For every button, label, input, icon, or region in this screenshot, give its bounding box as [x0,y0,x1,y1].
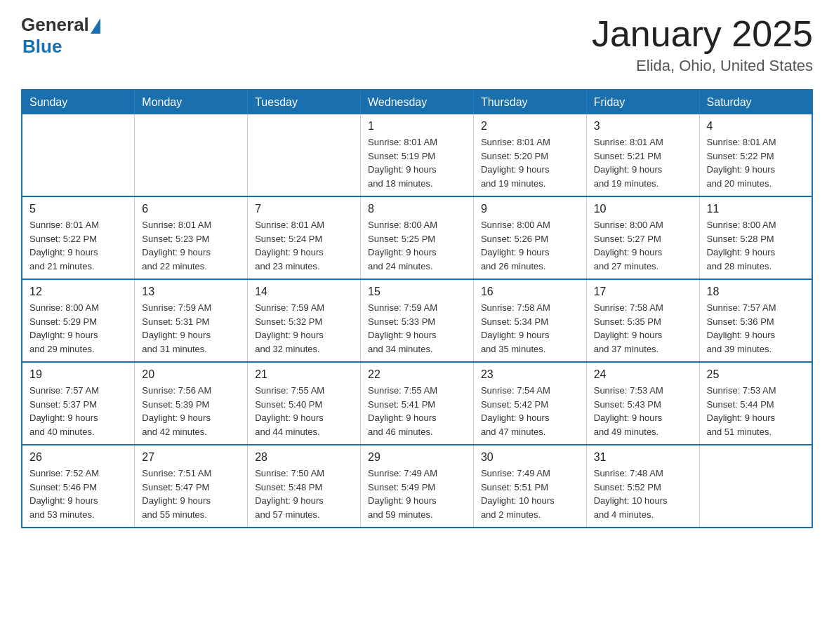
header-wednesday: Wednesday [361,90,474,114]
day-number: 11 [707,203,805,215]
day-number: 18 [707,286,805,298]
day-number: 20 [142,368,240,381]
calendar-day-cell: 22Sunrise: 7:55 AM Sunset: 5:41 PM Dayli… [361,362,474,445]
calendar-day-cell: 27Sunrise: 7:51 AM Sunset: 5:47 PM Dayli… [135,445,248,528]
day-number: 13 [142,286,240,298]
day-info: Sunrise: 7:53 AM Sunset: 5:43 PM Dayligh… [594,384,692,438]
day-info: Sunrise: 8:01 AM Sunset: 5:21 PM Dayligh… [594,135,692,190]
header-saturday: Saturday [699,90,812,114]
day-info: Sunrise: 8:01 AM Sunset: 5:19 PM Dayligh… [368,135,466,190]
day-number: 7 [255,203,353,215]
day-info: Sunrise: 7:54 AM Sunset: 5:42 PM Dayligh… [481,384,579,438]
calendar-day-cell: 25Sunrise: 7:53 AM Sunset: 5:44 PM Dayli… [699,362,812,445]
day-number: 31 [594,451,692,464]
calendar-day-cell: 10Sunrise: 8:00 AM Sunset: 5:27 PM Dayli… [586,196,699,279]
day-info: Sunrise: 7:58 AM Sunset: 5:34 PM Dayligh… [481,301,579,356]
day-info: Sunrise: 7:51 AM Sunset: 5:47 PM Dayligh… [142,467,240,521]
day-info: Sunrise: 8:01 AM Sunset: 5:23 PM Dayligh… [142,218,240,273]
calendar-day-cell: 4Sunrise: 8:01 AM Sunset: 5:22 PM Daylig… [699,114,812,196]
day-info: Sunrise: 7:49 AM Sunset: 5:49 PM Dayligh… [368,467,466,521]
day-number: 21 [255,368,353,381]
calendar-week-row: 26Sunrise: 7:52 AM Sunset: 5:46 PM Dayli… [22,445,812,528]
calendar-day-cell: 12Sunrise: 8:00 AM Sunset: 5:29 PM Dayli… [22,279,135,362]
day-number: 5 [29,203,127,215]
calendar-day-cell: 7Sunrise: 8:01 AM Sunset: 5:24 PM Daylig… [248,196,361,279]
day-number: 12 [29,286,127,298]
day-info: Sunrise: 7:55 AM Sunset: 5:41 PM Dayligh… [368,384,466,438]
day-info: Sunrise: 7:58 AM Sunset: 5:35 PM Dayligh… [594,301,692,356]
calendar-day-cell: 28Sunrise: 7:50 AM Sunset: 5:48 PM Dayli… [248,445,361,528]
calendar-day-cell: 26Sunrise: 7:52 AM Sunset: 5:46 PM Dayli… [22,445,135,528]
day-number: 14 [255,286,353,298]
calendar-header-row: SundayMondayTuesdayWednesdayThursdayFrid… [22,90,812,114]
day-info: Sunrise: 7:57 AM Sunset: 5:37 PM Dayligh… [29,384,127,438]
calendar-week-row: 19Sunrise: 7:57 AM Sunset: 5:37 PM Dayli… [22,362,812,445]
calendar-day-cell: 18Sunrise: 7:57 AM Sunset: 5:36 PM Dayli… [699,279,812,362]
day-info: Sunrise: 7:56 AM Sunset: 5:39 PM Dayligh… [142,384,240,438]
logo-general-text: General [21,14,89,36]
day-number: 25 [707,368,805,381]
location: Elida, Ohio, United States [592,57,813,75]
calendar-day-cell: 2Sunrise: 8:01 AM Sunset: 5:20 PM Daylig… [473,114,586,196]
header-thursday: Thursday [473,90,586,114]
day-info: Sunrise: 8:00 AM Sunset: 5:28 PM Dayligh… [707,218,805,273]
logo-triangle-icon [91,18,100,34]
calendar-week-row: 12Sunrise: 8:00 AM Sunset: 5:29 PM Dayli… [22,279,812,362]
calendar-day-cell: 14Sunrise: 7:59 AM Sunset: 5:32 PM Dayli… [248,279,361,362]
day-number: 3 [594,120,692,133]
day-number: 9 [481,203,579,215]
day-info: Sunrise: 8:01 AM Sunset: 5:24 PM Dayligh… [255,218,353,273]
calendar-day-cell: 19Sunrise: 7:57 AM Sunset: 5:37 PM Dayli… [22,362,135,445]
day-info: Sunrise: 8:01 AM Sunset: 5:22 PM Dayligh… [29,218,127,273]
calendar-table: SundayMondayTuesdayWednesdayThursdayFrid… [21,89,813,528]
calendar-day-cell: 8Sunrise: 8:00 AM Sunset: 5:25 PM Daylig… [361,196,474,279]
day-number: 28 [255,451,353,464]
header-sunday: Sunday [22,90,135,114]
calendar-day-cell: 5Sunrise: 8:01 AM Sunset: 5:22 PM Daylig… [22,196,135,279]
day-number: 27 [142,451,240,464]
day-info: Sunrise: 7:57 AM Sunset: 5:36 PM Dayligh… [707,301,805,356]
calendar-day-cell: 31Sunrise: 7:48 AM Sunset: 5:52 PM Dayli… [586,445,699,528]
calendar-empty-cell [699,445,812,528]
day-number: 17 [594,286,692,298]
day-number: 26 [29,451,127,464]
day-number: 15 [368,286,466,298]
calendar-day-cell: 13Sunrise: 7:59 AM Sunset: 5:31 PM Dayli… [135,279,248,362]
calendar-week-row: 5Sunrise: 8:01 AM Sunset: 5:22 PM Daylig… [22,196,812,279]
day-number: 6 [142,203,240,215]
day-number: 16 [481,286,579,298]
day-info: Sunrise: 8:00 AM Sunset: 5:25 PM Dayligh… [368,218,466,273]
day-number: 4 [707,120,805,133]
calendar-day-cell: 16Sunrise: 7:58 AM Sunset: 5:34 PM Dayli… [473,279,586,362]
calendar-empty-cell [135,114,248,196]
header-friday: Friday [586,90,699,114]
day-info: Sunrise: 8:01 AM Sunset: 5:22 PM Dayligh… [707,135,805,190]
day-info: Sunrise: 7:59 AM Sunset: 5:31 PM Dayligh… [142,301,240,356]
header-monday: Monday [135,90,248,114]
logo: General Blue [21,14,100,58]
day-info: Sunrise: 8:01 AM Sunset: 5:20 PM Dayligh… [481,135,579,190]
page-header: General Blue January 2025 Elida, Ohio, U… [21,14,813,75]
day-number: 24 [594,368,692,381]
day-number: 19 [29,368,127,381]
calendar-day-cell: 9Sunrise: 8:00 AM Sunset: 5:26 PM Daylig… [473,196,586,279]
day-number: 23 [481,368,579,381]
title-section: January 2025 Elida, Ohio, United States [592,14,813,75]
logo-blue-text: Blue [22,36,62,58]
calendar-day-cell: 3Sunrise: 8:01 AM Sunset: 5:21 PM Daylig… [586,114,699,196]
day-info: Sunrise: 7:49 AM Sunset: 5:51 PM Dayligh… [481,467,579,521]
calendar-day-cell: 6Sunrise: 8:01 AM Sunset: 5:23 PM Daylig… [135,196,248,279]
day-number: 29 [368,451,466,464]
calendar-empty-cell [22,114,135,196]
day-info: Sunrise: 7:55 AM Sunset: 5:40 PM Dayligh… [255,384,353,438]
day-number: 10 [594,203,692,215]
calendar-day-cell: 15Sunrise: 7:59 AM Sunset: 5:33 PM Dayli… [361,279,474,362]
day-info: Sunrise: 7:53 AM Sunset: 5:44 PM Dayligh… [707,384,805,438]
calendar-day-cell: 30Sunrise: 7:49 AM Sunset: 5:51 PM Dayli… [473,445,586,528]
day-number: 1 [368,120,466,133]
calendar-day-cell: 21Sunrise: 7:55 AM Sunset: 5:40 PM Dayli… [248,362,361,445]
day-number: 30 [481,451,579,464]
day-number: 8 [368,203,466,215]
month-title: January 2025 [592,14,813,54]
calendar-day-cell: 17Sunrise: 7:58 AM Sunset: 5:35 PM Dayli… [586,279,699,362]
